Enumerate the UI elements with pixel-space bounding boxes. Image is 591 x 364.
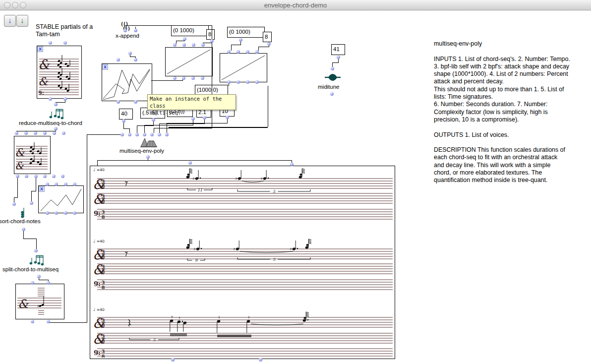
port[interactable] [30,201,33,205]
port[interactable] [43,131,47,135]
bpf-box-sort[interactable] [38,185,84,213]
port[interactable] [73,182,76,186]
close-button[interactable] [4,2,10,8]
port[interactable] [158,133,161,136]
port[interactable] [173,43,177,47]
port[interactable] [227,80,231,84]
port[interactable] [64,182,67,186]
chord-thumbnail-3[interactable]: &♯ [15,284,64,319]
poly-score-view[interactable]: ♩=40&38&389:38115♯♯♯♩=40&38&389:3895♯♯♯♩… [90,166,395,359]
port[interactable] [128,133,131,136]
port[interactable] [63,97,67,101]
number-box-8a[interactable]: 8 [206,29,215,40]
port[interactable] [53,131,56,135]
port[interactable] [55,182,58,186]
number-box-approx[interactable]: 41 [331,44,345,55]
port[interactable] [24,131,28,135]
chord-icon[interactable] [19,207,26,219]
port[interactable] [337,56,340,59]
port[interactable] [331,67,334,70]
port[interactable] [165,133,169,136]
notes-icon[interactable] [49,107,65,120]
port[interactable] [201,76,204,80]
port[interactable] [61,175,64,178]
port[interactable] [226,116,229,119]
bpf-box-decay[interactable] [220,53,267,82]
zoom-button[interactable] [20,2,26,8]
port[interactable] [54,127,58,130]
port[interactable] [134,58,137,61]
port[interactable] [192,43,195,47]
patch-canvas[interactable]: ↓ ↓ STABLE partials of a Tam-tam (() ())… [0,10,591,364]
port[interactable] [173,76,177,80]
list-box-range-a[interactable]: (0 1000) [171,25,209,36]
port[interactable] [34,131,37,135]
port[interactable] [120,133,124,136]
port[interactable] [62,131,65,135]
port[interactable] [46,182,49,186]
port[interactable] [152,118,155,121]
port[interactable] [64,211,67,215]
port[interactable] [203,116,206,120]
port[interactable] [150,133,154,136]
notes-icon[interactable] [29,253,46,266]
port[interactable] [22,228,25,231]
chord-seq-thumbnail-1[interactable]: &&9: [37,46,82,99]
bpf-lib-box[interactable] [102,63,152,101]
port[interactable] [146,155,150,159]
port[interactable] [267,42,271,46]
multiseq-env-poly-icon[interactable] [139,136,159,148]
port[interactable] [117,100,120,104]
number-box-8b[interactable]: 8 [263,32,272,42]
port[interactable] [128,52,132,55]
port[interactable] [255,50,259,54]
minimize-button[interactable] [12,2,18,8]
port[interactable] [239,38,242,42]
port[interactable] [188,161,192,165]
port[interactable] [117,58,120,61]
port[interactable] [46,211,49,215]
number-box-tempo[interactable]: 40 [119,109,133,120]
x-marker-icon[interactable]: X [102,64,108,70]
port[interactable] [143,133,146,136]
port[interactable] [122,119,125,122]
port[interactable] [246,50,249,54]
list-box-range-b[interactable]: (0 1000) [227,27,265,38]
port[interactable] [43,175,47,178]
port[interactable] [49,41,52,45]
x-marker-icon[interactable]: X [37,46,43,52]
green-down-arrow-button[interactable]: ↓ [16,15,28,27]
port[interactable] [16,175,19,178]
port[interactable] [25,175,28,178]
port[interactable] [52,175,56,178]
port[interactable] [34,175,38,178]
port[interactable] [47,320,50,323]
port[interactable] [134,29,137,32]
port[interactable] [259,358,262,362]
port[interactable] [255,80,259,84]
port[interactable] [12,202,16,206]
port[interactable] [37,275,41,278]
port[interactable] [191,76,195,80]
port[interactable] [47,281,50,285]
miditune-icon[interactable] [324,73,341,82]
bpf-box-attack[interactable] [165,47,213,76]
port[interactable] [171,358,175,362]
port[interactable] [135,133,139,136]
port[interactable] [34,249,38,252]
port[interactable] [31,281,34,285]
port[interactable] [182,43,186,47]
port[interactable] [236,50,240,54]
port[interactable] [54,103,58,106]
port[interactable] [183,37,186,41]
port[interactable] [227,50,231,54]
port[interactable] [15,131,18,135]
port[interactable] [236,80,240,84]
port[interactable] [210,39,214,43]
port[interactable] [182,76,185,80]
port[interactable] [201,43,205,47]
port[interactable] [73,211,76,215]
port[interactable] [134,100,137,104]
chord-seq-thumbnail-2[interactable]: && [14,136,51,174]
port[interactable] [49,97,52,101]
